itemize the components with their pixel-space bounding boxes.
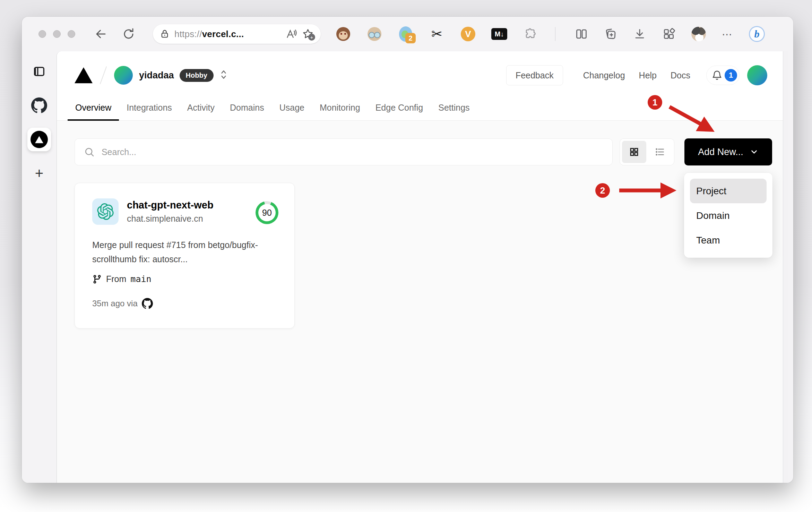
search-box bbox=[75, 138, 613, 165]
branch-name[interactable]: main bbox=[130, 274, 151, 284]
url-host: vercel.c... bbox=[202, 29, 244, 39]
add-new-label: Add New... bbox=[698, 147, 743, 157]
vercel-tab-icon bbox=[31, 131, 48, 148]
bing-discover-icon[interactable]: b bbox=[749, 26, 765, 42]
add-new-button[interactable]: Add New... bbox=[684, 138, 772, 165]
lighthouse-score-ring: 90 bbox=[256, 201, 278, 224]
url-scheme: https:// bbox=[174, 29, 202, 39]
new-tab-button[interactable]: + bbox=[27, 162, 51, 185]
grid-icon bbox=[629, 147, 639, 157]
url-text: https://vercel.c... bbox=[174, 29, 244, 40]
notifications-button[interactable]: 1 bbox=[706, 66, 740, 85]
apps-icon[interactable] bbox=[662, 27, 675, 41]
lighthouse-score-value: 90 bbox=[258, 204, 276, 221]
downloads-icon[interactable] bbox=[633, 27, 646, 41]
project-name[interactable]: chat-gpt-next-web bbox=[127, 199, 214, 211]
bell-icon bbox=[711, 70, 723, 81]
add-favorite-star-icon[interactable]: + bbox=[302, 28, 314, 40]
project-icon bbox=[92, 198, 119, 225]
translator-extension-icon[interactable] bbox=[367, 27, 382, 41]
project-card[interactable]: chat-gpt-next-web chat.simplenaive.cn 90… bbox=[75, 183, 295, 328]
annotation-step-2: 2 bbox=[595, 183, 610, 198]
read-aloud-icon[interactable] bbox=[285, 28, 297, 40]
view-toggle bbox=[620, 138, 674, 165]
tab-activity[interactable]: Activity bbox=[180, 103, 222, 120]
browser-toolbar: https://vercel.c... + 2 ✂ V M↓ bbox=[22, 17, 793, 51]
address-bar[interactable]: https://vercel.c... + bbox=[153, 24, 321, 44]
search-input[interactable] bbox=[102, 147, 603, 157]
reload-icon[interactable] bbox=[122, 28, 135, 40]
v-extension-icon[interactable]: V bbox=[461, 27, 475, 41]
tab-overview[interactable]: Overview bbox=[68, 103, 119, 120]
lock-icon bbox=[160, 29, 170, 39]
menu-item-team[interactable]: Team bbox=[690, 228, 767, 253]
tab-usage[interactable]: Usage bbox=[272, 103, 312, 120]
profile-avatar[interactable] bbox=[691, 27, 706, 41]
page-content: yidadaa Hobby Feedback Changelog Help Do… bbox=[57, 51, 788, 483]
star-plus-badge: + bbox=[308, 34, 315, 41]
proxy-extension-icon[interactable]: 2 bbox=[398, 27, 413, 41]
annotation-step-1: 1 bbox=[648, 95, 662, 110]
git-branch-icon bbox=[92, 274, 102, 284]
clipper-extension-icon[interactable]: ✂ bbox=[430, 27, 444, 41]
markdown-download-extension-icon[interactable]: M↓ bbox=[492, 27, 507, 41]
page-scrollbar-track[interactable] bbox=[783, 51, 788, 483]
extension-count-badge: 2 bbox=[405, 33, 416, 43]
list-icon bbox=[654, 146, 665, 157]
toolbar-divider bbox=[555, 27, 555, 41]
browser-window: https://vercel.c... + 2 ✂ V M↓ bbox=[22, 17, 793, 483]
team-switcher-icon[interactable] bbox=[219, 69, 228, 81]
breadcrumb-slash bbox=[100, 66, 107, 84]
close-button[interactable] bbox=[38, 30, 46, 38]
zoom-button[interactable] bbox=[68, 30, 75, 38]
tab-edge-config[interactable]: Edge Config bbox=[368, 103, 431, 120]
tab-github[interactable] bbox=[27, 94, 51, 117]
github-icon bbox=[142, 298, 153, 309]
menu-item-domain[interactable]: Domain bbox=[690, 203, 767, 228]
vertical-tabs-sidebar: + bbox=[22, 51, 57, 483]
branch-prefix: From bbox=[106, 274, 126, 284]
split-screen-icon[interactable] bbox=[575, 27, 588, 41]
more-menu-icon[interactable]: ⋯ bbox=[722, 28, 733, 40]
tab-vercel-active[interactable] bbox=[27, 128, 51, 151]
toolbar-right: ⋯ b bbox=[552, 26, 765, 42]
menu-item-project[interactable]: Project bbox=[690, 179, 767, 203]
grid-view-button[interactable] bbox=[622, 141, 646, 163]
team-avatar[interactable] bbox=[114, 66, 133, 85]
tab-integrations[interactable]: Integrations bbox=[119, 103, 180, 120]
team-name[interactable]: yidadaa bbox=[139, 70, 174, 81]
list-view-button[interactable] bbox=[648, 141, 672, 163]
openai-logo-icon bbox=[97, 203, 114, 220]
extensions-puzzle-icon[interactable] bbox=[523, 27, 538, 41]
tab-domains[interactable]: Domains bbox=[222, 103, 272, 120]
traffic-lights bbox=[38, 30, 75, 38]
vercel-logo[interactable] bbox=[75, 67, 93, 83]
deploy-time: 35m ago via bbox=[92, 299, 138, 308]
collections-icon[interactable] bbox=[604, 27, 617, 41]
minimize-button[interactable] bbox=[53, 30, 61, 38]
tab-monitoring[interactable]: Monitoring bbox=[312, 103, 368, 120]
user-avatar[interactable] bbox=[747, 65, 767, 85]
help-link[interactable]: Help bbox=[639, 70, 657, 80]
chevron-down-icon bbox=[750, 147, 759, 156]
plan-badge: Hobby bbox=[180, 69, 214, 82]
dashboard-tabs: Overview Integrations Activity Domains U… bbox=[68, 103, 477, 120]
sidebar-panel-toggle[interactable] bbox=[27, 60, 51, 83]
project-domain[interactable]: chat.simplenaive.cn bbox=[127, 214, 214, 224]
docs-link[interactable]: Docs bbox=[671, 70, 690, 80]
tab-settings[interactable]: Settings bbox=[431, 103, 477, 120]
feedback-button[interactable]: Feedback bbox=[506, 65, 563, 85]
tampermonkey-extension-icon[interactable] bbox=[336, 27, 351, 41]
back-icon[interactable] bbox=[95, 28, 107, 40]
search-icon bbox=[84, 146, 95, 157]
add-new-menu: Project Domain Team bbox=[684, 173, 772, 258]
vercel-header: yidadaa Hobby Feedback Changelog Help Do… bbox=[57, 51, 783, 121]
notification-count-badge: 1 bbox=[725, 69, 737, 82]
changelog-link[interactable]: Changelog bbox=[583, 70, 625, 80]
latest-commit-message[interactable]: Merge pull request #715 from betgo/bugfi… bbox=[92, 238, 279, 266]
extensions-row: 2 ✂ V M↓ bbox=[336, 27, 538, 41]
